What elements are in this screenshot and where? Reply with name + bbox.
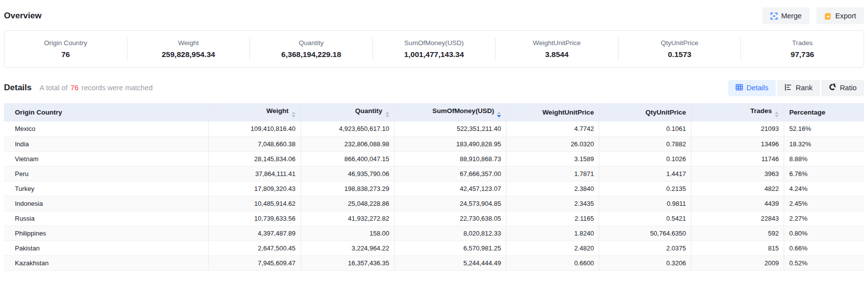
- cell-qtyunitprice: 0.9811: [599, 196, 691, 211]
- page: Overview Merge Export: [0, 0, 868, 271]
- records-matched-count: 76: [67, 84, 81, 92]
- column-header-sumofmoney-usd-[interactable]: SumOfMoney(USD): [394, 103, 506, 121]
- cell-weight: 109,410,816.40: [209, 121, 301, 136]
- export-button[interactable]: Export: [816, 7, 864, 24]
- cell-percentage: 2.45%: [784, 196, 864, 211]
- column-header-trades[interactable]: Trades: [691, 103, 784, 121]
- cell-weight: 10,739,633.56: [209, 211, 301, 226]
- cell-weight: 10,485,914.62: [209, 196, 301, 211]
- cell-weightunitprice: 1.8240: [506, 226, 599, 241]
- sort-desc-icon[interactable]: [292, 115, 296, 118]
- cell-percentage: 0.66%: [784, 241, 864, 255]
- export-icon: [824, 12, 832, 20]
- sort-control[interactable]: [292, 112, 296, 118]
- cell-percentage: 18.32%: [784, 136, 864, 151]
- stat-label: SumOfMoney(USD): [404, 39, 464, 47]
- topbar: Overview Merge Export: [4, 0, 864, 25]
- cell-trades: 3963: [691, 166, 784, 181]
- cell-weightunitprice: 3.1589: [506, 151, 599, 166]
- cell-weight: 2,647,500.45: [209, 241, 301, 255]
- cell-sumofmoney-usd-: 8,020,812.33: [394, 226, 506, 241]
- sort-asc-icon[interactable]: [292, 112, 296, 114]
- cell-qtyunitprice: 50,764.6350: [599, 226, 691, 241]
- cell-quantity: 4,923,650,617.10: [301, 121, 394, 136]
- table-row-indonesia: Indonesia10,485,914.6225,048,228.8624,57…: [4, 196, 864, 211]
- cell-origin-country: Philippines: [4, 226, 209, 241]
- cell-sumofmoney-usd-: 5,244,444.49: [394, 255, 506, 270]
- table-header-row: Origin CountryWeightQuantitySumOfMoney(U…: [4, 103, 864, 121]
- cell-quantity: 25,048,228.86: [301, 196, 394, 211]
- column-header-weightunitprice: WeightUnitPrice: [506, 103, 599, 121]
- details-bar: Details A total of76records were matched…: [4, 79, 864, 97]
- cell-quantity: 3,224,964.22: [301, 241, 394, 255]
- records-matched-text: A total of76records were matched: [40, 84, 153, 92]
- table-row-pakistan: Pakistan2,647,500.453,224,964.226,570,98…: [4, 241, 864, 255]
- cell-sumofmoney-usd-: 88,910,868.73: [394, 151, 506, 166]
- cell-weightunitprice: 26.0320: [506, 136, 599, 151]
- cell-origin-country: Indonesia: [4, 196, 209, 211]
- cell-origin-country: Russia: [4, 211, 209, 226]
- details-header: Details A total of76records were matched: [4, 83, 153, 93]
- cell-trades: 815: [691, 241, 784, 255]
- cell-percentage: 52.16%: [784, 121, 864, 136]
- details-title: Details: [4, 83, 32, 93]
- cell-percentage: 0.80%: [784, 226, 864, 241]
- sort-asc-icon[interactable]: [497, 112, 501, 114]
- stat-label: Trades: [792, 39, 813, 47]
- cell-quantity: 46,935,790.06: [301, 166, 394, 181]
- cell-origin-country: India: [4, 136, 209, 151]
- cell-quantity: 158.00: [301, 226, 394, 241]
- stat-value: 259,828,954.34: [162, 50, 215, 59]
- details-table: Origin CountryWeightQuantitySumOfMoney(U…: [4, 103, 864, 271]
- cell-quantity: 41,932,272.82: [301, 211, 394, 226]
- table-row-mexico: Mexico109,410,816.404,923,650,617.10522,…: [4, 121, 864, 136]
- column-header-label: Trades: [750, 107, 772, 115]
- view-button-rank[interactable]: Rank: [777, 80, 820, 96]
- table-icon: [736, 84, 743, 92]
- stat-value: 1,001,477,143.34: [404, 50, 464, 59]
- cell-trades: 2009: [691, 255, 784, 270]
- cell-weight: 7,048,660.38: [209, 136, 301, 151]
- table-body: Mexico109,410,816.404,923,650,617.10522,…: [4, 121, 864, 270]
- cell-sumofmoney-usd-: 522,351,211.40: [394, 121, 506, 136]
- sort-control[interactable]: [385, 112, 389, 118]
- merge-button[interactable]: Merge: [762, 7, 809, 24]
- view-button-details[interactable]: Details: [728, 80, 776, 96]
- overview-stat-weightunitprice: WeightUnitPrice3.8544: [495, 38, 618, 60]
- table-row-peru: Peru37,864,111.4146,935,790.0667,666,357…: [4, 166, 864, 181]
- cell-percentage: 6.76%: [784, 166, 864, 181]
- merge-button-label: Merge: [781, 12, 802, 20]
- overview-stat-origin-country: Origin Country76: [4, 38, 127, 60]
- cell-weight: 4,397,487.89: [209, 226, 301, 241]
- records-matched-prefix: A total of: [40, 84, 67, 92]
- cell-weightunitprice: 2.3840: [506, 181, 599, 196]
- view-button-label: Ratio: [840, 84, 857, 92]
- cell-qtyunitprice: 0.1026: [599, 151, 691, 166]
- rank-icon: [785, 84, 792, 92]
- page-title: Overview: [4, 11, 42, 21]
- cell-percentage: 2.27%: [784, 211, 864, 226]
- sort-desc-icon[interactable]: [775, 115, 779, 118]
- sort-control[interactable]: [497, 112, 501, 118]
- ratio-icon: [829, 83, 836, 92]
- cell-origin-country: Vietnam: [4, 151, 209, 166]
- cell-trades: 21093: [691, 121, 784, 136]
- column-header-weight[interactable]: Weight: [209, 103, 301, 121]
- cell-trades: 4439: [691, 196, 784, 211]
- cell-qtyunitprice: 0.5421: [599, 211, 691, 226]
- sort-asc-icon[interactable]: [385, 112, 389, 114]
- sort-desc-icon[interactable]: [497, 115, 501, 118]
- cell-percentage: 8.88%: [784, 151, 864, 166]
- column-header-quantity[interactable]: Quantity: [301, 103, 394, 121]
- sort-desc-icon[interactable]: [385, 115, 389, 118]
- column-header-label: Origin Country: [15, 109, 62, 116]
- table-row-kazakhstan: Kazakhstan7,945,609.4716,357,436.355,244…: [4, 255, 864, 270]
- sort-asc-icon[interactable]: [775, 112, 779, 114]
- cell-quantity: 232,806,088.98: [301, 136, 394, 151]
- sort-control[interactable]: [775, 112, 779, 118]
- cell-origin-country: Kazakhstan: [4, 255, 209, 270]
- table-row-vietnam: Vietnam28,145,834.06866,400,047.1588,910…: [4, 151, 864, 166]
- view-button-ratio[interactable]: Ratio: [821, 80, 864, 96]
- column-header-percentage: Percentage: [784, 103, 864, 121]
- column-header-label: QtyUnitPrice: [645, 109, 686, 116]
